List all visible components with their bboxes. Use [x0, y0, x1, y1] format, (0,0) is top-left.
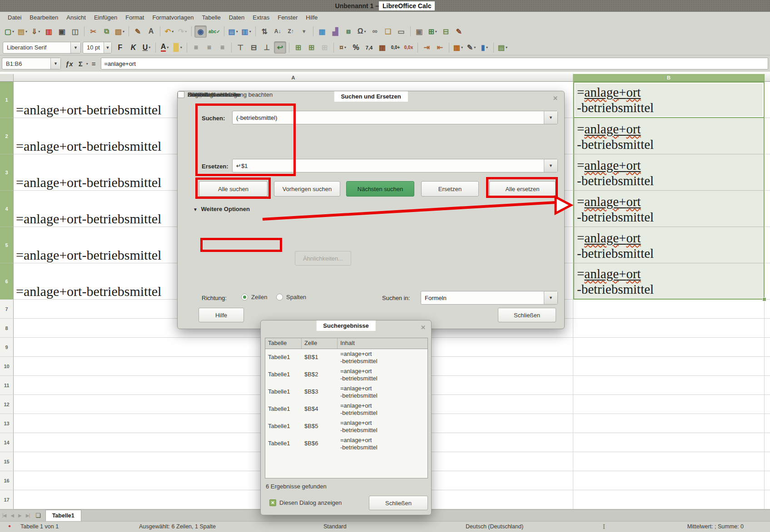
borders-icon[interactable]: ▦▾	[452, 41, 464, 54]
row-header[interactable]: 9	[0, 338, 14, 357]
sort-icon[interactable]: ⇅	[258, 25, 271, 38]
cell-column-b-selected[interactable]: =anlage+ort -betriebsmittel	[573, 82, 765, 118]
cell-column-edge[interactable]	[765, 376, 770, 395]
row-header[interactable]: 15	[0, 452, 14, 471]
columns-icon[interactable]: ▥▾	[240, 25, 253, 38]
name-box[interactable]: B1:B6 ▼	[2, 58, 61, 69]
page-style-status[interactable]: Standard	[323, 523, 347, 530]
help-button[interactable]: Hilfe	[199, 308, 244, 322]
cell-column-edge[interactable]	[765, 433, 770, 452]
cell-column-b[interactable]	[573, 471, 765, 490]
cell-column-edge[interactable]	[765, 395, 770, 414]
cell-column-b[interactable]	[573, 338, 765, 357]
border-style-icon[interactable]: ✎▾	[465, 41, 477, 54]
similarities-button[interactable]: Ähnlichkeiten...	[295, 251, 351, 266]
more-options-toggle[interactable]: ▼ Weitere Optionen	[193, 206, 250, 212]
column-header-inhalt[interactable]: Inhalt	[338, 338, 427, 349]
border-color-icon[interactable]: ▮▾	[478, 41, 491, 54]
row-header[interactable]: 12	[0, 395, 14, 414]
cell-column-b[interactable]	[573, 395, 765, 414]
cell-column-edge[interactable]	[765, 154, 770, 191]
redo-icon[interactable]: ↷▾	[176, 25, 189, 38]
chevron-down-icon[interactable]: ▼	[70, 42, 80, 53]
menu-item-formatvorlagen[interactable]: Formatvorlagen	[148, 13, 198, 22]
copy-icon[interactable]: ⧉	[100, 25, 113, 38]
cell-column-b[interactable]	[573, 300, 765, 319]
chevron-down-icon[interactable]: ▾	[236, 30, 238, 34]
close-icon[interactable]: ✕	[553, 95, 558, 102]
print-icon[interactable]: ▣	[56, 25, 68, 38]
undo-icon[interactable]: ↶▾	[163, 25, 175, 38]
menu-item-extras[interactable]: Extras	[248, 13, 273, 22]
chevron-down-icon[interactable]: ▼	[50, 58, 60, 69]
export-pdf-icon[interactable]: ▥	[43, 25, 55, 38]
row-header[interactable]: 7	[0, 300, 14, 319]
sort-descending-icon[interactable]: Z↑	[285, 25, 297, 38]
row-header[interactable]: 4	[0, 191, 14, 227]
pivot-table-icon[interactable]: ⧈	[343, 25, 355, 38]
table-borders-icon[interactable]: ⊞▾	[427, 25, 439, 38]
menu-item-fenster[interactable]: Fenster	[273, 13, 302, 22]
find-all-button[interactable]: Alle suchen	[199, 181, 268, 197]
chevron-down-icon[interactable]: ▾	[486, 45, 488, 49]
close-button[interactable]: Schließen	[498, 308, 556, 322]
font-size-combobox[interactable]: 10 pt ▼	[83, 42, 112, 54]
row-header[interactable]: 17	[0, 490, 14, 509]
checkbox-box[interactable]	[269, 499, 276, 506]
percent-format-icon[interactable]: %	[350, 41, 362, 54]
row-header[interactable]: 14	[0, 433, 14, 452]
align-left-icon[interactable]: ≡	[190, 41, 202, 54]
conditional-formatting-icon[interactable]: ▤▾	[497, 41, 509, 54]
chevron-down-icon[interactable]: ▾	[435, 30, 437, 34]
menu-item-einfuegen[interactable]: Einfügen	[90, 13, 121, 22]
chevron-down-icon[interactable]: ▾	[149, 45, 150, 49]
result-row[interactable]: Tabelle1 $B$6 =anlage+ort-betriebsmittel	[265, 435, 427, 453]
row-header[interactable]: 3	[0, 154, 14, 191]
show-dialog-checkbox[interactable]: Diesen Dialog anzeigen	[269, 499, 342, 506]
next-sheet-icon[interactable]: ▶	[18, 513, 21, 518]
italic-icon[interactable]: K	[127, 41, 139, 54]
cell-column-b[interactable]	[573, 433, 765, 452]
cell-column-edge[interactable]	[765, 319, 770, 338]
wrap-text-icon[interactable]: ↩	[274, 41, 286, 54]
close-button[interactable]: Schließen	[369, 496, 428, 510]
cell-column-b[interactable]	[573, 490, 765, 509]
chevron-down-icon[interactable]: ▾	[185, 30, 187, 34]
clone-formatting-icon[interactable]: ✎	[132, 25, 144, 38]
sum-icon[interactable]: Σ	[79, 60, 83, 68]
cell-column-edge[interactable]	[765, 357, 770, 376]
row-header[interactable]: 10	[0, 357, 14, 376]
align-right-icon[interactable]: ≡	[216, 41, 229, 54]
checkbox[interactable]: Zellvorlagen	[178, 91, 220, 98]
add-decimal-place-icon[interactable]: 0,0+	[389, 41, 402, 54]
number-format-icon[interactable]: 7,4	[363, 41, 375, 54]
chevron-down-icon[interactable]: ▼	[544, 111, 557, 124]
freeze-panes-icon[interactable]: ⊟	[440, 25, 452, 38]
add-sheet-icon[interactable]: ❏	[35, 512, 41, 519]
save-icon[interactable]: ⇓▾	[30, 25, 42, 38]
new-icon[interactable]: ▢▾	[3, 25, 15, 38]
radio-circle[interactable]	[276, 294, 283, 300]
function-wizard-icon[interactable]: ƒx	[65, 60, 73, 68]
column-header-tabelle[interactable]: Tabelle	[265, 338, 302, 349]
chevron-down-icon[interactable]: ▾	[38, 30, 40, 34]
menu-item-hilfe[interactable]: Hilfe	[302, 13, 322, 22]
cell-column-b-selected[interactable]: =anlage+ort -betriebsmittel	[573, 263, 765, 300]
headers-footers-icon[interactable]: ▭	[395, 25, 407, 38]
align-bottom-icon[interactable]: ⊥	[261, 41, 273, 54]
previous-sheet-icon[interactable]: ◀	[10, 513, 14, 518]
cell-column-edge[interactable]	[765, 118, 770, 154]
chevron-down-icon[interactable]: ▾	[123, 30, 124, 34]
cell-column-edge[interactable]	[765, 191, 770, 227]
currency-format-icon[interactable]: ¤▾	[337, 41, 349, 54]
chevron-down-icon[interactable]: ▾	[172, 30, 174, 34]
checkbox-box[interactable]	[178, 91, 184, 98]
menu-item-tabelle[interactable]: Tabelle	[198, 13, 224, 22]
print-preview-icon[interactable]: ◫	[69, 25, 81, 38]
open-icon[interactable]: ▤▾	[16, 25, 29, 38]
menu-item-daten[interactable]: Daten	[225, 13, 249, 22]
paste-icon[interactable]: ▧▾	[114, 25, 126, 38]
row-header[interactable]: 5	[0, 227, 14, 263]
row-header[interactable]: 2	[0, 118, 14, 154]
result-row[interactable]: Tabelle1 $B$1 =anlage+ort-betriebsmittel	[265, 349, 427, 366]
